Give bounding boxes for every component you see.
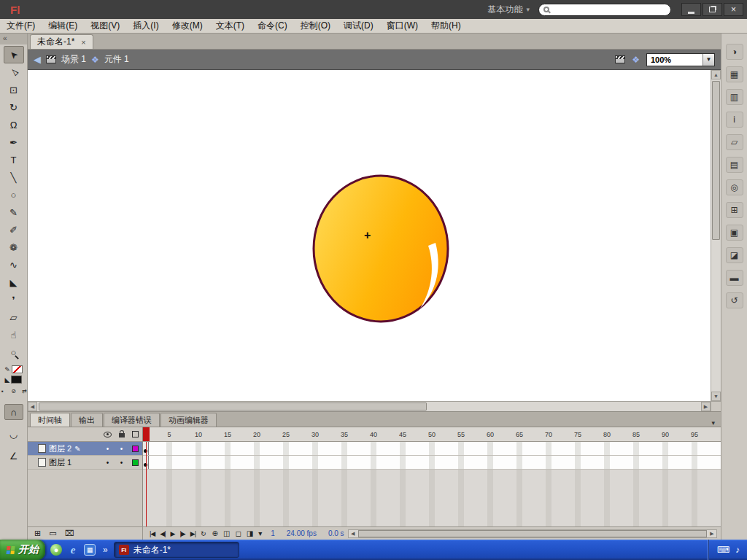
workspace-switcher[interactable]: 基本功能 ▾ <box>479 4 538 16</box>
timeline-tab[interactable]: 时间轴 <box>30 413 70 427</box>
new-folder-button[interactable]: ▭ <box>49 529 56 537</box>
timeline-tab[interactable]: 输出 <box>71 413 103 427</box>
3d-rotation-tool[interactable]: ↻ <box>4 98 24 116</box>
layer-lock-dot[interactable]: • <box>115 442 128 455</box>
menu-item[interactable]: 插入(I) <box>126 19 165 33</box>
layer-row-2[interactable]: 图层 2 ✎ • • <box>28 442 142 456</box>
swatches-panel-icon[interactable]: ▦ <box>726 66 743 82</box>
zoom-caret-icon[interactable]: ▼ <box>703 54 714 66</box>
zoom-tool[interactable]: ○ <box>4 343 24 361</box>
brush-tool[interactable]: ✐ <box>4 221 24 238</box>
subselection-tool[interactable]: ▻ <box>4 63 24 81</box>
menu-item[interactable]: 控制(O) <box>294 19 337 33</box>
menu-item[interactable]: 文件(F) <box>0 19 42 33</box>
input-method-icon[interactable]: ⌨ <box>717 545 729 555</box>
color-panel-icon[interactable]: ◑ <box>726 44 743 60</box>
step-back-button[interactable]: ◀| <box>160 530 165 537</box>
menu-item[interactable]: 窗口(W) <box>380 19 425 33</box>
onion-skin-button[interactable]: ◫ <box>223 529 230 537</box>
timeline-ruler[interactable]: 5101520253035404550556065707580859095 <box>143 427 721 442</box>
start-button[interactable]: 开始 <box>0 540 45 560</box>
frames-scroll-left-icon[interactable]: ◀ <box>349 530 357 537</box>
components-panel-icon[interactable]: ⊞ <box>726 202 743 218</box>
pencil-tool[interactable]: ✎ <box>4 203 24 221</box>
layer-outline-chip[interactable] <box>128 456 142 469</box>
fill-color-control[interactable]: ◣ <box>5 376 23 384</box>
minimize-button[interactable] <box>681 3 701 16</box>
tab-close-icon[interactable]: × <box>81 38 85 47</box>
quicklaunch-desktop-icon[interactable]: ▦ <box>84 544 96 556</box>
bone-tool[interactable]: ∿ <box>4 256 24 273</box>
hand-tool[interactable]: ☝ <box>4 326 24 343</box>
stage-canvas[interactable]: + ▲ ▼ ◀ ▶ <box>28 70 721 411</box>
eyedropper-tool[interactable]: ❜ <box>4 291 24 308</box>
horizontal-scrollbar-thumb[interactable] <box>39 402 427 411</box>
layer-row-1[interactable]: 图层 1 • • <box>28 456 142 470</box>
lock-layers-toggle[interactable] <box>115 431 128 438</box>
align-panel-icon[interactable]: ▥ <box>726 89 743 105</box>
internet-explorer-icon[interactable]: e <box>67 544 79 556</box>
frames-area[interactable]: 5101520253035404550556065707580859095 <box>143 427 721 526</box>
library-panel-icon[interactable]: ▬ <box>726 270 743 286</box>
paint-bucket-tool[interactable]: ◣ <box>4 273 24 291</box>
code-snippets-panel-icon[interactable]: ◎ <box>726 179 743 195</box>
edit-scene-button[interactable] <box>615 55 625 63</box>
playhead[interactable] <box>143 427 150 442</box>
new-layer-button[interactable]: ⊞ <box>34 529 41 537</box>
scroll-down-icon[interactable]: ▼ <box>711 392 721 401</box>
menu-item[interactable]: 编辑(E) <box>42 19 84 33</box>
back-button[interactable]: ◀ <box>34 54 41 65</box>
scroll-left-icon[interactable]: ◀ <box>28 402 37 411</box>
history-panel-icon[interactable]: ↺ <box>726 292 743 308</box>
tools-panel-collapse-button[interactable]: « <box>0 34 27 44</box>
zoom-select[interactable]: 100% ▼ <box>646 53 715 66</box>
snap-to-objects-button[interactable]: ∩ <box>4 404 23 420</box>
project-panel-icon[interactable]: ◪ <box>726 247 743 263</box>
edit-multiple-frames-button[interactable]: ◨ <box>247 529 253 537</box>
vertical-scrollbar-thumb[interactable] <box>712 81 720 240</box>
timeline-tab[interactable]: 编译器错误 <box>104 413 160 427</box>
horizontal-scrollbar[interactable]: ◀ ▶ <box>28 401 711 411</box>
line-tool[interactable]: ╲ <box>4 168 24 186</box>
pen-tool[interactable]: ✒ <box>4 133 24 151</box>
black-white-button[interactable]: ▪ <box>0 386 7 395</box>
show-hide-layers-toggle[interactable] <box>101 432 115 438</box>
transform-panel-icon[interactable]: ▱ <box>726 134 743 150</box>
layer-2-frames-row[interactable] <box>143 442 721 456</box>
quick-launch-overflow-icon[interactable]: » <box>101 540 110 560</box>
eraser-tool[interactable]: ▱ <box>4 308 24 326</box>
quicklaunch-media-icon[interactable]: ● <box>50 544 62 556</box>
go-to-first-frame-button[interactable]: |◀ <box>150 530 155 537</box>
menu-item[interactable]: 视图(V) <box>84 19 126 33</box>
menu-item[interactable]: 命令(C) <box>251 19 294 33</box>
text-tool[interactable]: T <box>4 151 24 168</box>
layer-lock-dot[interactable]: • <box>115 456 128 469</box>
stroke-color-swatch[interactable] <box>12 365 23 373</box>
info-panel-icon[interactable]: i <box>726 112 743 128</box>
motion-presets-panel-icon[interactable]: ▣ <box>726 225 743 241</box>
search-input[interactable] <box>552 5 666 14</box>
scroll-right-icon[interactable]: ▶ <box>701 402 711 411</box>
layer-1-frames-row[interactable] <box>143 456 721 470</box>
vertical-scrollbar[interactable]: ▲ ▼ <box>711 70 721 401</box>
symbol-breadcrumb[interactable]: 元件 1 <box>104 53 129 66</box>
frame-rate-value[interactable]: 24.00 fps <box>287 529 317 537</box>
scene-breadcrumb[interactable]: 场景 1 <box>61 53 86 66</box>
edit-symbol-button[interactable]: ❖ <box>632 55 640 65</box>
oval-tool[interactable]: ○ <box>4 186 24 203</box>
stroke-color-control[interactable]: ✎ <box>4 365 23 373</box>
layer-visibility-dot[interactable]: • <box>101 456 115 469</box>
go-to-last-frame-button[interactable]: ▶| <box>190 530 196 537</box>
layer-outline-chip[interactable] <box>128 442 142 455</box>
timeline-tab[interactable]: 动画编辑器 <box>160 413 217 427</box>
deco-tool[interactable]: ❁ <box>4 238 24 256</box>
layer-name[interactable]: 图层 1 <box>49 457 71 468</box>
free-transform-tool[interactable]: ⊡ <box>4 81 24 98</box>
stage-circle[interactable] <box>311 174 450 324</box>
outline-layers-toggle[interactable] <box>128 431 142 438</box>
frames-scrollbar-thumb[interactable] <box>358 530 707 537</box>
straighten-button[interactable]: ∠ <box>4 448 23 464</box>
panel-menu-icon[interactable]: ▾ <box>711 419 715 427</box>
smooth-button[interactable]: ◡ <box>4 426 23 442</box>
layer-name[interactable]: 图层 2 <box>49 443 71 454</box>
